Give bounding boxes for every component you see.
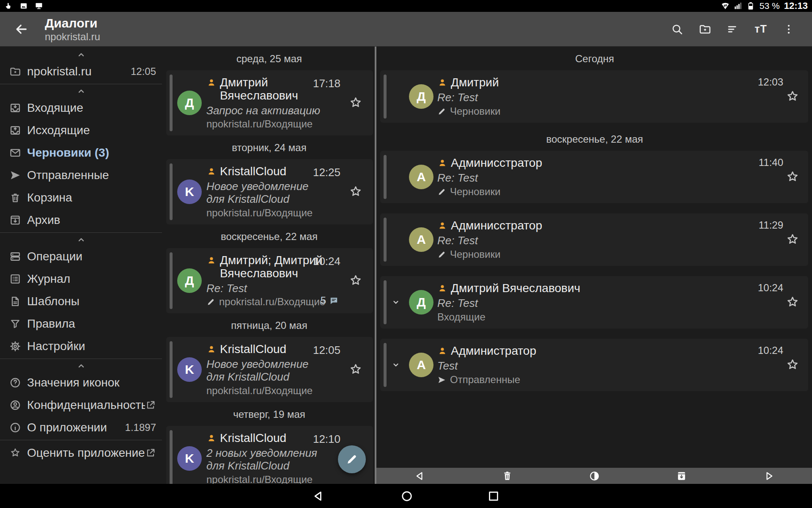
collapse-chevron[interactable] xyxy=(0,234,162,245)
sidebar-item-outbox[interactable]: Исходящие xyxy=(0,119,162,141)
android-recents-button[interactable] xyxy=(486,489,501,504)
expander xyxy=(387,70,405,123)
avatar[interactable]: Д xyxy=(177,91,202,115)
sidebar-item-label: Журнал xyxy=(27,272,156,286)
envelope-icon xyxy=(9,147,21,159)
overflow-menu-button[interactable] xyxy=(775,17,803,42)
send-icon xyxy=(437,375,446,384)
avatar[interactable]: А xyxy=(409,165,433,189)
sidebar-item-drafts[interactable]: Черновики (3) xyxy=(0,141,162,164)
folder-icon-wrap xyxy=(206,298,215,306)
conversation-card[interactable]: ААдминисстраторRe: TestЧерновики11:40 xyxy=(380,151,808,203)
sort-button[interactable] xyxy=(719,17,747,42)
star-button[interactable] xyxy=(785,170,800,184)
avatar-letter: K xyxy=(185,362,194,377)
collapse-chevron[interactable] xyxy=(0,86,162,97)
star-button[interactable] xyxy=(348,185,363,199)
nav-home-icon xyxy=(401,490,413,502)
sidebar-divider xyxy=(0,84,162,84)
move-to-folder-button[interactable] xyxy=(691,17,719,42)
avatar-letter: А xyxy=(417,358,426,372)
star-button[interactable] xyxy=(785,89,800,104)
sidebar-item-icon-legend[interactable]: Значения иконок xyxy=(0,371,162,394)
folder-star-icon xyxy=(699,23,711,36)
avatar[interactable]: Д xyxy=(409,84,433,109)
back-button[interactable] xyxy=(12,20,30,39)
star-button[interactable] xyxy=(785,232,800,247)
search-button[interactable] xyxy=(663,17,691,42)
sidebar-item-privacy[interactable]: Конфиденциальность xyxy=(0,394,162,416)
expander[interactable] xyxy=(387,276,405,329)
sidebar-item-rules[interactable]: Правила xyxy=(0,312,162,335)
sidebar-item-action[interactable] xyxy=(145,400,156,411)
person-circle-icon xyxy=(9,399,21,411)
sidebar-item-templates[interactable]: Шаблоны xyxy=(0,290,162,312)
collapse-chevron[interactable] xyxy=(0,360,162,371)
sidebar-item-log[interactable]: Журнал xyxy=(0,268,162,290)
star-button[interactable] xyxy=(785,295,800,309)
sidebar-item-sent[interactable]: Отправленные xyxy=(0,164,162,186)
app-bar-actions: тТ xyxy=(663,17,803,42)
avatar[interactable]: K xyxy=(177,179,202,204)
folder-row: npokristal.ru/Входящие xyxy=(206,385,326,397)
folder-label: npokristal.ru/Входящие xyxy=(219,296,325,308)
avatar[interactable]: А xyxy=(409,227,433,252)
conversation-card[interactable]: ДДмитрийRe: TestЧерновики12:03 xyxy=(380,70,808,123)
sidebar-item-settings[interactable]: Настройки xyxy=(0,335,162,357)
collapse-chevron[interactable] xyxy=(0,49,162,60)
conversation-card[interactable]: ААдминисстраторRe: TestЧерновики11:29 xyxy=(380,213,808,266)
avatar[interactable]: K xyxy=(177,357,202,382)
sidebar-item-action[interactable] xyxy=(145,447,156,458)
sidebar-item-account[interactable]: npokristal.ru12:05 xyxy=(0,60,162,83)
message-card[interactable]: ДДмитрий ВячеславовичЗапрос на активацию… xyxy=(166,70,373,135)
sidebar-item-rate[interactable]: Оценить приложение xyxy=(0,442,162,464)
star-button[interactable] xyxy=(348,273,363,288)
android-status-bar: 53 % 12:13 xyxy=(0,0,812,12)
sidebar-item-trash[interactable]: Корзина xyxy=(0,186,162,209)
previous-conversation-button[interactable] xyxy=(414,469,426,482)
message-card[interactable]: KKristallCloudНовое уведомление для Kris… xyxy=(166,159,373,224)
person-wrap xyxy=(437,77,447,88)
conversation-card[interactable]: ААдминистраторTestОтправленные10:24 xyxy=(380,339,808,391)
sidebar-item-archive[interactable]: Архив xyxy=(0,209,162,231)
star-icon xyxy=(785,358,800,372)
date-header: пятница, 20 мая xyxy=(162,319,376,332)
archive-button[interactable] xyxy=(675,469,688,482)
message-card[interactable]: ДДмитрий; Дмитрий ВячеславовичRe: Testnp… xyxy=(166,248,373,313)
sidebar-item-about[interactable]: О приложении1.1897 xyxy=(0,416,162,439)
avatar[interactable]: А xyxy=(409,353,433,377)
star-button[interactable] xyxy=(348,96,363,110)
android-back-button[interactable] xyxy=(311,489,326,504)
avatar-letter: Д xyxy=(417,295,425,309)
star-button[interactable] xyxy=(785,358,800,372)
message-card[interactable]: KKristallCloudНовое уведомление для Kris… xyxy=(166,337,373,402)
avatar[interactable]: K xyxy=(177,446,202,471)
avatar[interactable]: Д xyxy=(177,268,202,293)
column-divider[interactable] xyxy=(375,47,376,484)
sidebar-item-operations[interactable]: Операции xyxy=(0,245,162,268)
sender-row: KristallCloud xyxy=(206,431,326,444)
mark-read-button[interactable] xyxy=(588,469,601,482)
star-button[interactable] xyxy=(348,362,363,377)
sender-name: Дмитрий Вячеславович xyxy=(451,282,580,295)
person-wrap xyxy=(206,255,217,265)
sidebar-icon-wrap xyxy=(9,399,27,411)
sidebar-item-inbox[interactable]: Входящие xyxy=(0,97,162,119)
archive-filled-icon xyxy=(676,470,687,482)
android-home-button[interactable] xyxy=(399,489,414,504)
compose-button[interactable] xyxy=(338,445,366,473)
delete-button[interactable] xyxy=(501,469,513,482)
expander[interactable] xyxy=(387,339,405,391)
date-header: Сегодня xyxy=(377,52,812,65)
page-title: Диалоги xyxy=(45,17,100,30)
card-content: KristallCloudНовое уведомление для Krist… xyxy=(206,159,373,224)
avatar[interactable]: Д xyxy=(409,290,433,315)
next-conversation-button[interactable] xyxy=(762,469,775,482)
conversation-list: СегодняДДмитрийRe: TestЧерновики12:03вос… xyxy=(377,47,812,468)
conversation-card[interactable]: ДДмитрий ВячеславовичRe: TestВходящие10:… xyxy=(380,276,808,329)
avatar-wrap: А xyxy=(405,339,437,391)
vpn-icon xyxy=(721,1,730,11)
funnel-icon xyxy=(9,318,21,330)
chevron-up-icon xyxy=(76,361,86,371)
text-size-button[interactable]: тТ xyxy=(747,17,775,42)
